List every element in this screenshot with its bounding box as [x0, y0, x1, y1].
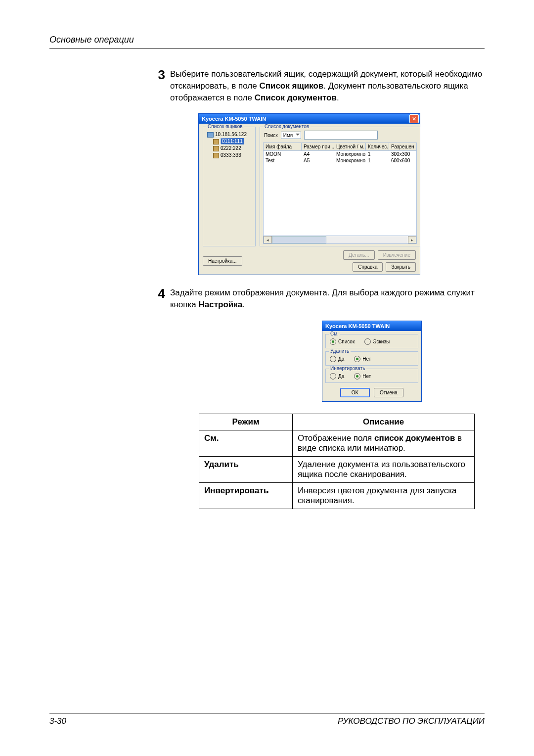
documents-table[interactable]: Имя файла Размер при ... Цветной / м... …	[263, 142, 417, 244]
table-row: Инвертировать Инверсия цветов документа …	[199, 482, 475, 509]
col-header[interactable]: Имя файла	[264, 143, 302, 150]
cancel-button[interactable]: Отмена	[374, 388, 403, 397]
table-row: См. Отображение поля список документов в…	[199, 430, 475, 456]
extract-button: Извлечение	[378, 250, 416, 260]
table-row: Удалить Удаление документа из пользовате…	[199, 456, 475, 482]
box-list-legend: Список ящиков	[206, 124, 244, 129]
table-head-mode: Режим	[199, 414, 293, 430]
step-number: 3	[148, 68, 165, 81]
tree-item[interactable]: 0111:111	[206, 138, 252, 145]
twain-main-dialog: Kyocera KM-5050 TWAIN ✕ Список ящиков 10…	[198, 113, 420, 275]
detail-button: Деталь...	[343, 250, 374, 260]
fieldset-legend: Удалить	[329, 348, 351, 354]
horizontal-scrollbar[interactable]: ◂ ▸	[264, 236, 416, 243]
col-header[interactable]: Размер при ...	[302, 143, 334, 150]
fieldset-legend: См.	[329, 331, 340, 336]
doc-list-legend: Список документов	[263, 124, 311, 129]
radio-view-thumbs[interactable]: Эскизы	[364, 338, 390, 345]
radio-delete-no[interactable]: Нет	[354, 356, 371, 362]
table-head-desc: Описание	[293, 414, 475, 430]
step-text: Выберите пользовательский ящик, содержащ…	[170, 68, 485, 103]
scroll-left-icon[interactable]: ◂	[264, 236, 272, 243]
radio-view-list[interactable]: Список	[330, 338, 355, 345]
close-button[interactable]: Закрыть	[386, 262, 416, 272]
tree-root[interactable]: 10.181.56.122	[206, 131, 252, 138]
table-row[interactable]: MOON A4 Монохромно... 1 300x300	[264, 151, 416, 157]
invert-fieldset: Инвертировать Да Нет	[325, 369, 418, 383]
search-label: Поиск	[264, 133, 278, 138]
scroll-right-icon[interactable]: ▸	[408, 236, 416, 243]
twain-settings-dialog: Kyocera KM-5050 TWAIN См. Список Эскизы …	[322, 321, 422, 402]
dialog-titlebar[interactable]: Kyocera KM-5050 TWAIN ✕	[199, 114, 420, 124]
radio-delete-yes[interactable]: Да	[330, 356, 344, 362]
ok-button[interactable]: OK	[340, 388, 370, 397]
col-header[interactable]: Разрешен	[389, 143, 416, 150]
radio-invert-no[interactable]: Нет	[354, 373, 371, 379]
page-number: 3-30	[49, 716, 66, 726]
dialog-title: Kyocera KM-5050 TWAIN	[202, 116, 266, 122]
box-list-fieldset: Список ящиков 10.181.56.122 0111:111 022…	[203, 127, 256, 246]
tree-item[interactable]: 0333:333	[206, 152, 252, 159]
search-input[interactable]	[304, 131, 378, 140]
doc-list-fieldset: Список документов Поиск Имя Имя файла Ра…	[260, 127, 420, 246]
step-text: Задайте режим отображения документа. Для…	[170, 287, 485, 311]
fieldset-legend: Инвертировать	[329, 366, 366, 371]
col-header[interactable]: Количес...	[366, 143, 389, 150]
view-fieldset: См. Список Эскизы	[325, 334, 418, 348]
dialog-titlebar[interactable]: Kyocera KM-5050 TWAIN	[322, 321, 421, 331]
delete-fieldset: Удалить Да Нет	[325, 351, 418, 366]
modes-description-table: Режим Описание См. Отображение поля спис…	[199, 414, 475, 509]
manual-title: РУКОВОДСТВО ПО ЭКСПЛУАТАЦИИ	[338, 716, 485, 726]
step-number: 4	[148, 287, 165, 300]
page-header: Основные операции	[49, 35, 485, 48]
close-icon[interactable]: ✕	[409, 114, 419, 123]
tree-item[interactable]: 0222:222	[206, 145, 252, 152]
dialog-title: Kyocera KM-5050 TWAIN	[325, 323, 390, 329]
settings-button[interactable]: Настройка...	[203, 256, 242, 266]
search-mode-select[interactable]: Имя	[281, 132, 301, 139]
table-row[interactable]: Test A5 Монохромно... 1 600x600	[264, 157, 416, 164]
col-header[interactable]: Цветной / м...	[334, 143, 366, 150]
help-button[interactable]: Справка	[353, 262, 383, 272]
radio-invert-yes[interactable]: Да	[330, 373, 344, 379]
